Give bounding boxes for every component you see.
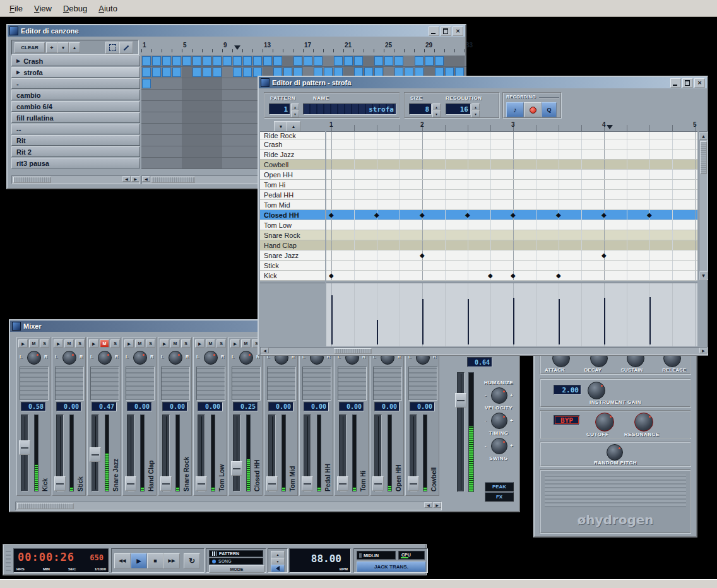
metronome-button[interactable] <box>271 565 285 572</box>
pattern-cell[interactable] <box>142 68 151 77</box>
jack-transport-button[interactable]: JACK TRANS. <box>357 562 426 572</box>
pattern-cell[interactable] <box>354 56 363 66</box>
pattern-name-lcd[interactable]: strofa <box>303 103 396 115</box>
pattern-grid-row[interactable]: ◆◆◆◆◆◆◆◆ <box>326 210 697 220</box>
pattern-grid-row[interactable] <box>326 240 697 250</box>
humanize-timing-knob[interactable] <box>491 413 507 429</box>
pattern-cell[interactable] <box>314 56 323 66</box>
note-marker[interactable]: ◆ <box>601 210 607 220</box>
strip-fader[interactable] <box>19 440 30 455</box>
humanize-velocity-knob[interactable] <box>491 387 507 404</box>
note-marker[interactable]: ◆ <box>511 271 516 280</box>
scroll-left-icon[interactable]: ◀ <box>424 502 432 508</box>
pattern-grid-row[interactable] <box>326 200 697 210</box>
forward-button[interactable]: ▶▶ <box>163 553 180 568</box>
pattern-cell[interactable] <box>213 68 222 77</box>
pattern-grid-row[interactable] <box>326 132 697 139</box>
strip-fader[interactable] <box>196 476 207 491</box>
song-playhead-marker[interactable] <box>234 45 240 50</box>
pan-knob[interactable] <box>133 351 147 365</box>
velocity-bar[interactable] <box>468 299 469 344</box>
mixer-scrollbar[interactable]: ◀ ▶ <box>15 502 442 510</box>
note-marker[interactable]: ◆ <box>374 210 379 220</box>
velocity-bar[interactable] <box>377 320 378 344</box>
close-button[interactable]: × <box>694 78 705 88</box>
pattern-cell[interactable] <box>304 56 312 66</box>
strip-fader[interactable] <box>372 476 384 491</box>
instrument-row-label[interactable]: Pedal HH <box>260 190 325 200</box>
instrument-row-label[interactable]: Closed HH <box>260 210 325 220</box>
pattern-cell[interactable] <box>435 56 444 66</box>
pattern-grid-row[interactable] <box>326 180 697 190</box>
stop-button[interactable]: ■ <box>147 553 163 568</box>
song-mode-button[interactable]: SONG <box>209 558 263 565</box>
strip-solo-button[interactable]: S <box>40 339 49 348</box>
strip-mute-button[interactable]: M <box>135 339 145 348</box>
pattern-cell[interactable] <box>263 56 272 66</box>
strip-mute-button[interactable]: M <box>100 339 109 348</box>
record-button[interactable] <box>524 102 542 117</box>
hear-notes-button[interactable]: ♪ <box>506 102 524 117</box>
song-editor-titlebar[interactable]: Editor di canzone × <box>8 25 465 37</box>
note-marker[interactable]: ◆ <box>488 271 493 280</box>
pattern-cell[interactable] <box>384 56 393 66</box>
menu-debug[interactable]: Debug <box>57 2 93 15</box>
pattern-cell[interactable] <box>162 68 171 77</box>
scroll-right-icon[interactable]: ▶ <box>699 348 708 353</box>
move-down-button[interactable]: ▾ <box>57 42 69 53</box>
song-ruler[interactable]: 159131721252933 <box>141 40 466 53</box>
pattern-list-item[interactable]: Rit 2 <box>11 146 140 157</box>
pattern-list-item[interactable]: rit3 pausa <box>11 158 140 168</box>
pattern-up-button[interactable]: ▴ <box>287 121 300 132</box>
pattern-cell[interactable] <box>344 56 353 66</box>
pattern-list-item[interactable]: - <box>11 78 140 89</box>
strip-solo-button[interactable]: S <box>216 339 226 348</box>
strip-mute-button[interactable]: M <box>206 339 215 348</box>
pattern-cell[interactable] <box>193 68 201 77</box>
strip-solo-button[interactable]: S <box>75 339 85 348</box>
instrument-row-label[interactable]: Cowbell <box>260 160 325 170</box>
velocity-bar[interactable] <box>422 299 424 344</box>
instrument-row-label[interactable]: Ride Rock <box>260 132 325 139</box>
move-up-button[interactable]: ▴ <box>69 42 80 53</box>
pattern-cell[interactable] <box>162 56 171 66</box>
pattern-grid-row[interactable] <box>326 139 697 150</box>
instrument-row-label[interactable]: Open HH <box>260 170 325 180</box>
pattern-grid-row[interactable] <box>326 220 697 230</box>
menu-view[interactable]: View <box>28 2 57 15</box>
resonance-knob[interactable] <box>634 413 653 432</box>
strip-fader[interactable] <box>54 476 66 491</box>
pattern-cell[interactable] <box>334 56 343 66</box>
pattern-cell[interactable] <box>243 68 252 77</box>
pan-knob[interactable] <box>239 351 253 365</box>
add-pattern-button[interactable]: + <box>46 42 57 53</box>
peak-button[interactable]: PEAK <box>485 482 514 491</box>
clear-button[interactable]: CLEAR <box>15 42 45 53</box>
pattern-cell[interactable] <box>172 56 181 66</box>
instrument-row-label[interactable]: Snare Jazz <box>260 250 325 261</box>
menu-aiuto[interactable]: Aiuto <box>93 2 123 15</box>
instrument-row-label[interactable]: Tom Hi <box>260 180 325 190</box>
pattern-cell[interactable] <box>233 68 242 77</box>
strip-play-button[interactable]: ▶ <box>54 339 63 348</box>
note-marker[interactable]: ◆ <box>601 250 607 260</box>
note-marker[interactable]: ◆ <box>329 210 334 220</box>
pattern-horizontal-scrollbar[interactable]: ◀ ▶ <box>260 347 708 355</box>
fx-button[interactable]: FX <box>485 492 514 502</box>
random-pitch-knob[interactable] <box>607 444 623 461</box>
strip-fader[interactable] <box>408 476 419 491</box>
resolution-spinner[interactable]: ▲▼ <box>471 103 480 117</box>
pattern-cell[interactable] <box>213 56 222 66</box>
pattern-cell[interactable] <box>394 56 403 66</box>
instrument-row-label[interactable]: Ride Jazz <box>260 150 325 160</box>
strip-mute-button[interactable]: M <box>29 339 39 348</box>
strip-solo-button[interactable]: S <box>110 339 120 348</box>
velocity-bar[interactable] <box>331 295 333 344</box>
pattern-cell[interactable] <box>152 56 161 66</box>
strip-fader[interactable] <box>337 476 348 491</box>
pattern-grid-row[interactable] <box>326 160 697 170</box>
velocity-bar[interactable] <box>513 298 514 344</box>
song-grid-row[interactable] <box>141 56 466 67</box>
pattern-number-spinner[interactable]: ▲▼ <box>291 103 299 117</box>
note-marker[interactable]: ◆ <box>511 210 516 220</box>
